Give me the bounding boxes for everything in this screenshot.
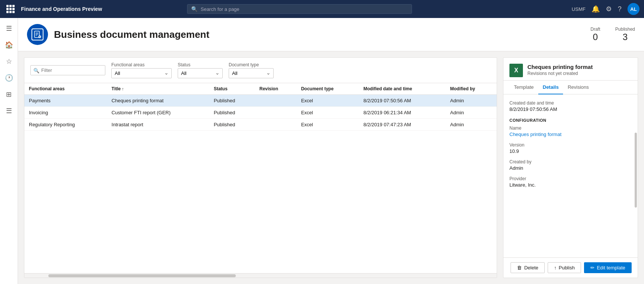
col-status[interactable]: Status xyxy=(209,83,255,95)
created-by-field: Created by Admin xyxy=(509,159,632,171)
publish-button[interactable]: ↑ Publish xyxy=(548,262,581,273)
page-header: Business document management Draft 0 Pub… xyxy=(18,18,644,51)
tab-revisions[interactable]: Revisions xyxy=(563,81,593,94)
created-by-label: Created by xyxy=(509,159,632,164)
environment-label: USMF xyxy=(572,6,586,12)
app-title: Finance and Operations Preview xyxy=(21,6,102,12)
delete-button[interactable]: 🗑 Delete xyxy=(511,262,545,273)
document-type-select[interactable]: All Excel Word xyxy=(229,68,274,78)
sidebar-item-home[interactable]: 🏠 xyxy=(1,37,16,52)
detail-title: Cheques printing format xyxy=(527,64,593,70)
sidebar: ☰ 🏠 ☆ 🕐 ⊞ ☰ xyxy=(0,18,18,284)
table-panel: 🔍 Functional areas All Payments Invoicin… xyxy=(24,57,497,278)
table-cell-2: Published xyxy=(209,95,255,107)
topbar: Finance and Operations Preview 🔍 USMF 🔔 … xyxy=(0,0,644,18)
settings-icon[interactable]: ⚙ xyxy=(606,5,612,13)
version-value: 10.9 xyxy=(509,148,632,154)
page-title: Business document management xyxy=(54,29,210,40)
table-cell-6: Admin xyxy=(446,107,497,119)
detail-footer: 🗑 Delete ↑ Publish ✏ Edit template xyxy=(503,257,638,278)
col-title[interactable]: Title xyxy=(107,83,210,95)
filter-input[interactable] xyxy=(30,65,105,75)
search-box[interactable]: 🔍 xyxy=(187,4,412,14)
star-icon: ☆ xyxy=(6,57,12,66)
detail-header: X Cheques printing format Revisions not … xyxy=(503,58,638,81)
col-modified-by[interactable]: Modified by xyxy=(446,83,497,95)
status-select[interactable]: All Published Draft xyxy=(178,68,223,78)
provider-value: Litware, Inc. xyxy=(509,182,632,188)
col-modified-date[interactable]: Modified date and time xyxy=(359,83,445,95)
help-icon[interactable]: ? xyxy=(618,5,622,13)
table-cell-4: Excel xyxy=(297,95,359,107)
functional-areas-select-wrapper: All Payments Invoicing Regulatory Report… xyxy=(111,68,172,78)
tab-template[interactable]: Template xyxy=(509,81,538,94)
table-cell-3 xyxy=(255,95,297,107)
status-label: Status xyxy=(178,62,223,67)
table-scrollbar[interactable] xyxy=(24,273,497,278)
published-stat: Published 3 xyxy=(615,27,635,42)
filters-row: 🔍 Functional areas All Payments Invoicin… xyxy=(24,58,497,83)
table-cell-2: Published xyxy=(209,119,255,131)
sidebar-item-menu[interactable]: ☰ xyxy=(1,21,16,36)
version-label: Version xyxy=(509,142,632,148)
name-value[interactable]: Cheques printing format xyxy=(509,132,632,137)
sidebar-item-list[interactable]: ☰ xyxy=(1,103,16,118)
status-select-wrapper: All Published Draft xyxy=(178,68,223,78)
search-input[interactable] xyxy=(201,6,408,12)
topbar-right: USMF 🔔 ⚙ ? AL xyxy=(572,3,640,15)
name-label: Name xyxy=(509,126,632,131)
document-type-filter: Document type All Excel Word xyxy=(229,62,274,78)
filter-icon: 🔍 xyxy=(33,67,39,73)
waffle-menu-button[interactable] xyxy=(4,3,16,15)
table-cell-6: Admin xyxy=(446,95,497,107)
hamburger-icon: ☰ xyxy=(6,24,12,33)
table-row[interactable]: Regulatory ReportingIntrastat reportPubl… xyxy=(24,119,497,131)
avatar[interactable]: AL xyxy=(628,3,640,15)
table-cell-0: Payments xyxy=(24,95,107,107)
table-cell-5: 8/2/2019 07:50:56 AM xyxy=(359,95,445,107)
sidebar-item-recent[interactable]: 🕐 xyxy=(1,70,16,85)
notifications-icon[interactable]: 🔔 xyxy=(592,5,600,13)
col-document-type[interactable]: Document type xyxy=(297,83,359,95)
detail-panel: X Cheques printing format Revisions not … xyxy=(503,57,638,278)
table-cell-2: Published xyxy=(209,107,255,119)
created-date-value: 8/2/2019 07:50:56 AM xyxy=(509,106,632,112)
grid-icon: ⊞ xyxy=(6,90,12,99)
table-row[interactable]: PaymentsCheques printing formatPublished… xyxy=(24,95,497,107)
edit-template-button[interactable]: ✏ Edit template xyxy=(584,262,632,273)
created-by-value: Admin xyxy=(509,165,632,171)
sidebar-item-workspaces[interactable]: ⊞ xyxy=(1,87,16,102)
detail-tabs: Template Details Revisions xyxy=(503,81,638,94)
table-scrollbar-thumb[interactable] xyxy=(48,274,236,277)
table-cell-5: 8/2/2019 06:21:34 AM xyxy=(359,107,445,119)
table-cell-3 xyxy=(255,119,297,131)
detail-body: Created date and time 8/2/2019 07:50:56 … xyxy=(503,94,638,257)
functional-areas-filter: Functional areas All Payments Invoicing … xyxy=(111,62,172,78)
app-layout: ☰ 🏠 ☆ 🕐 ⊞ ☰ xyxy=(0,18,644,284)
status-filter: Status All Published Draft xyxy=(178,62,223,78)
document-type-select-wrapper: All Excel Word xyxy=(229,68,274,78)
tab-details[interactable]: Details xyxy=(538,81,563,94)
draft-stat: Draft 0 xyxy=(590,27,600,42)
table-cell-0: Regulatory Reporting xyxy=(24,119,107,131)
detail-scrollbar[interactable] xyxy=(635,133,637,208)
table-cell-1: Customer FTI report (GER) xyxy=(107,107,210,119)
document-type-label: Document type xyxy=(229,62,274,67)
created-date-label: Created date and time xyxy=(509,100,632,106)
draft-label: Draft xyxy=(590,27,600,32)
provider-field: Provider Litware, Inc. xyxy=(509,176,632,188)
functional-areas-label: Functional areas xyxy=(111,62,172,67)
delete-icon: 🗑 xyxy=(517,265,522,271)
table-row[interactable]: InvoicingCustomer FTI report (GER)Publis… xyxy=(24,107,497,119)
col-functional-areas[interactable]: Functional areas xyxy=(24,83,107,95)
col-revision[interactable]: Revision xyxy=(255,83,297,95)
page-stats: Draft 0 Published 3 xyxy=(590,27,635,42)
clock-icon: 🕐 xyxy=(5,74,13,82)
sidebar-item-favorites[interactable]: ☆ xyxy=(1,54,16,69)
filter-input-container: 🔍 xyxy=(30,65,105,75)
configuration-section-title: CONFIGURATION xyxy=(509,118,632,123)
table-cell-4: Excel xyxy=(297,119,359,131)
detail-subtitle: Revisions not yet created xyxy=(527,71,593,76)
functional-areas-select[interactable]: All Payments Invoicing Regulatory Report… xyxy=(111,68,172,78)
table-cell-6: Admin xyxy=(446,119,497,131)
